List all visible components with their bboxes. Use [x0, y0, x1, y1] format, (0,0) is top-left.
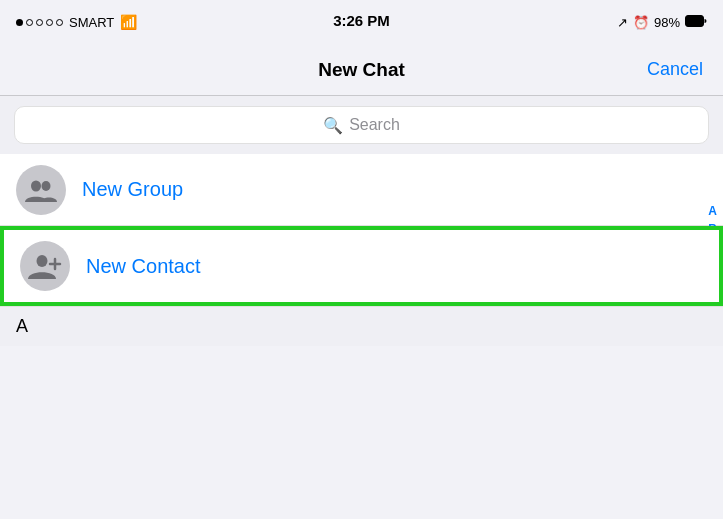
carrier-label: SMART — [69, 15, 114, 30]
dot-1 — [16, 19, 23, 26]
nav-title: New Chat — [318, 59, 405, 81]
svg-point-2 — [31, 180, 41, 191]
list-section: New Group New Contact — [0, 154, 723, 306]
svg-point-3 — [42, 181, 51, 191]
nav-bar: New Chat Cancel — [0, 44, 723, 96]
wifi-icon: 📶 — [120, 14, 137, 30]
svg-point-4 — [37, 255, 48, 267]
search-bar[interactable]: 🔍 Search — [14, 106, 709, 144]
location-icon: ↗ — [617, 15, 628, 30]
new-group-label: New Group — [82, 178, 183, 201]
index-letter-a: A — [708, 204, 717, 218]
search-icon: 🔍 — [323, 116, 343, 135]
section-letter: A — [16, 316, 28, 337]
new-group-item[interactable]: New Group — [0, 154, 723, 226]
signal-dots — [16, 19, 63, 26]
cancel-button[interactable]: Cancel — [647, 59, 703, 80]
search-placeholder-text: Search — [349, 116, 400, 134]
status-right: ↗ ⏰ 98% — [617, 15, 707, 30]
status-bar: SMART 📶 3:26 PM ↗ ⏰ 98% — [0, 0, 723, 44]
battery-icon — [685, 15, 707, 30]
svg-rect-1 — [687, 16, 703, 25]
status-time: 3:26 PM — [333, 12, 390, 29]
new-contact-item[interactable]: New Contact — [0, 226, 723, 306]
search-container: 🔍 Search — [0, 96, 723, 154]
new-contact-label: New Contact — [86, 255, 201, 278]
dot-2 — [26, 19, 33, 26]
group-icon-circle — [16, 165, 66, 215]
dot-5 — [56, 19, 63, 26]
alarm-icon: ⏰ — [633, 15, 649, 30]
dot-4 — [46, 19, 53, 26]
dot-3 — [36, 19, 43, 26]
section-header-a: A — [0, 306, 723, 346]
status-left: SMART 📶 — [16, 14, 137, 30]
contact-icon-circle — [20, 241, 70, 291]
battery-percent: 98% — [654, 15, 680, 30]
